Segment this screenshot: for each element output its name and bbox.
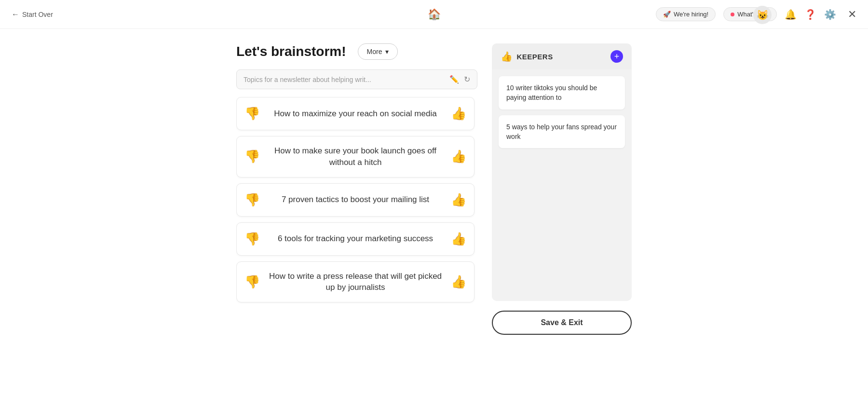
dislike-button[interactable]: 👎: [244, 149, 260, 164]
avatar-area: 😺: [753, 6, 772, 24]
more-button[interactable]: More ▾: [358, 43, 398, 60]
keepers-panel: 👍 KEEPERS + 10 writer tiktoks you should…: [492, 43, 632, 396]
like-button[interactable]: 👍: [451, 106, 466, 121]
home-icon[interactable]: 🏠: [428, 8, 441, 21]
brainstorm-panel: Let's brainstorm! More ▾ Topics for a ne…: [236, 43, 477, 396]
refresh-icon[interactable]: ↻: [464, 75, 470, 84]
topic-card: 👎 How to make sure your book launch goes…: [236, 136, 475, 178]
start-over-button[interactable]: ← Start Over: [12, 10, 53, 19]
topic-card: 👎 How to write a press release that will…: [236, 261, 475, 303]
start-over-label: Start Over: [22, 11, 53, 18]
top-nav: ← Start Over 🏠 🚀 We're hiring! What's ne…: [0, 0, 868, 29]
topic-text: 6 tools for tracking your marketing succ…: [267, 233, 444, 245]
hiring-label: We're hiring!: [674, 11, 708, 18]
dislike-button[interactable]: 👎: [244, 274, 260, 289]
keepers-title: 👍 KEEPERS: [501, 51, 553, 62]
keeper-text: 5 ways to help your fans spread your wor…: [506, 123, 617, 140]
topic-text: 7 proven tactics to boost your mailing l…: [267, 194, 444, 205]
search-text: Topics for a newsletter about helping wr…: [244, 76, 445, 83]
keepers-header: 👍 KEEPERS +: [492, 43, 632, 69]
keepers-label: KEEPERS: [517, 53, 553, 61]
topic-text: How to write a press release that will g…: [267, 271, 444, 294]
topic-text: How to maximize your reach on social med…: [267, 108, 444, 120]
alert-icon[interactable]: 🔔: [785, 9, 797, 20]
chevron-down-icon: ▾: [385, 48, 389, 55]
main-content: Let's brainstorm! More ▾ Topics for a ne…: [0, 29, 868, 410]
topic-card: 👎 How to maximize your reach on social m…: [236, 97, 475, 130]
keeper-text: 10 writer tiktoks you should be paying a…: [506, 84, 597, 101]
like-button[interactable]: 👍: [451, 149, 466, 164]
dislike-button[interactable]: 👎: [244, 192, 260, 207]
keeper-item: 10 writer tiktoks you should be paying a…: [499, 76, 625, 109]
save-exit-label: Save & Exit: [541, 318, 583, 327]
settings-icon[interactable]: ⚙️: [824, 9, 836, 20]
topic-card: 👎 6 tools for tracking your marketing su…: [236, 222, 475, 256]
notification-dot: [731, 13, 734, 16]
topic-text: How to make sure your book launch goes o…: [267, 145, 444, 168]
close-icon[interactable]: ✕: [848, 8, 856, 21]
rocket-icon: 🚀: [663, 11, 671, 18]
panel-title: Let's brainstorm!: [236, 44, 346, 59]
avatar[interactable]: 😺: [753, 6, 772, 24]
thumbs-up-icon: 👍: [501, 51, 513, 62]
save-exit-button[interactable]: Save & Exit: [492, 311, 632, 335]
plus-icon: +: [614, 52, 620, 61]
dislike-button[interactable]: 👎: [244, 232, 260, 246]
add-keeper-button[interactable]: +: [610, 50, 623, 63]
keepers-body: 10 writer tiktoks you should be paying a…: [492, 69, 632, 301]
topics-list: 👎 How to maximize your reach on social m…: [236, 97, 477, 367]
hiring-button[interactable]: 🚀 We're hiring!: [656, 7, 716, 21]
dislike-button[interactable]: 👎: [244, 106, 260, 121]
back-arrow-icon: ←: [12, 10, 19, 19]
like-button[interactable]: 👍: [451, 274, 466, 289]
edit-icon[interactable]: ✏️: [449, 75, 459, 84]
help-icon[interactable]: ❓: [804, 9, 816, 20]
more-label: More: [367, 48, 382, 55]
panel-header: Let's brainstorm! More ▾: [236, 43, 477, 60]
like-button[interactable]: 👍: [451, 192, 466, 207]
keeper-item: 5 ways to help your fans spread your wor…: [499, 115, 625, 149]
search-icons: ✏️ ↻: [449, 75, 470, 84]
topic-card: 👎 7 proven tactics to boost your mailing…: [236, 183, 475, 217]
search-bar: Topics for a newsletter about helping wr…: [236, 69, 477, 89]
like-button[interactable]: 👍: [451, 232, 466, 246]
